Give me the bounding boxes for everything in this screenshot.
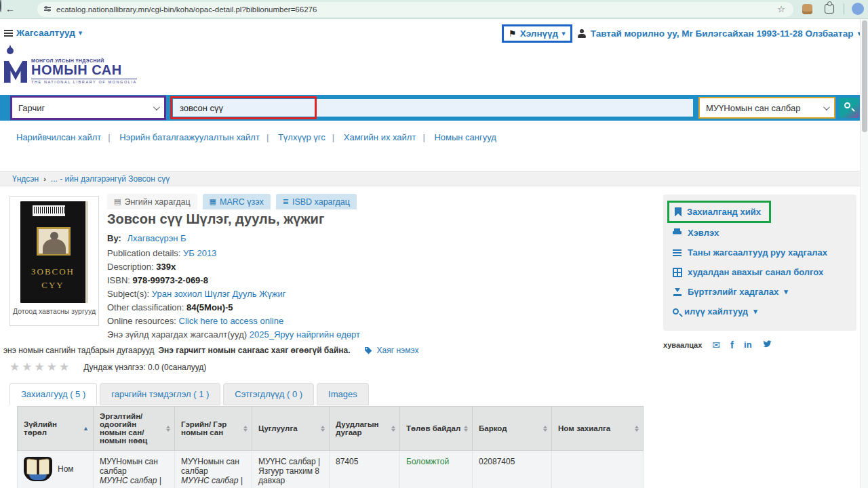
user-icon [578, 29, 587, 38]
tab-marc-view[interactable]: ▦ MARC үзэх [203, 194, 271, 209]
actions-sidebar: Захиалганд хийх Хэвлэх Таны жагсаалтууд … [663, 195, 856, 331]
place-hold-button[interactable]: Захиалганд хийх [667, 201, 771, 223]
most-popular-link[interactable]: Хамгийн их хайлт [344, 132, 432, 142]
tag-cloud-link[interactable]: Түлхүүр үгс [278, 132, 341, 142]
tab-isbd-label: ISBD харагдац [292, 197, 350, 207]
reload-icon[interactable] [0, 0, 1, 12]
header-hold[interactable]: Ном захиалга [552, 407, 644, 451]
header-status[interactable]: Төлөв байдал [400, 407, 473, 451]
online-resources-link[interactable]: Click here to access online [179, 316, 284, 326]
branch-select[interactable]: МУҮНомын сан салбар [700, 98, 834, 117]
libraries-link[interactable]: Номын сангууд [434, 132, 496, 142]
languages-label: Хэлнүүд [520, 28, 558, 39]
page-scrollbar[interactable] [860, 19, 868, 488]
breadcrumb-home-link[interactable]: Үндсэн [12, 174, 39, 184]
tab-images[interactable]: Images [317, 383, 369, 405]
publication-link[interactable]: УБ 2013 [183, 248, 216, 258]
profile-avatar[interactable] [852, 3, 864, 15]
header-label: Баркод [479, 424, 507, 432]
author-link[interactable]: Лхагвасүрэн Б [127, 233, 186, 243]
record-details: Publication details: УБ 2013 Description… [107, 248, 360, 343]
field-isbn: ISBN: 978-99973-2-069-8 [107, 275, 360, 289]
sort-asc-icon: ▲ [83, 425, 89, 432]
library-logo[interactable]: МОНГОЛ УЛСЫН ҮНДЭСНИЙ НОМЫН САН THE NATI… [4, 47, 137, 85]
cover-caption-link[interactable]: Дотоод хавтасны зургууд [10, 307, 98, 315]
isbd-list-icon: ≣ [283, 197, 289, 206]
gift-icon [673, 268, 682, 277]
classification-value: 84(5Мон)-5 [186, 302, 233, 312]
header-label: Зүйлийн төрөл [24, 420, 81, 436]
collection-value: МУҮНС салбар | Язгуур танхим 8 давхар [258, 457, 320, 485]
scrollbar-thumb[interactable] [862, 20, 867, 132]
facebook-icon[interactable]: f [730, 339, 734, 350]
save-to-lists-button[interactable]: Таны жагсаалтууд руу хадгалах [673, 243, 847, 262]
tab-title-notes[interactable]: гарчгийн тэмдэглэл ( 1 ) [100, 383, 220, 405]
lists-menu[interactable]: Жагсаалтууд ▾ [4, 28, 82, 38]
suggest-purchase-label: худалдан авахыг санал болгох [688, 267, 823, 277]
isbn-value: 978-99973-2-069-8 [133, 275, 208, 285]
more-searches-menu[interactable]: илүү хайлтууд ▾ [673, 302, 847, 321]
subjects-link[interactable]: Уран зохиол Шүлэг Дууль Жүжиг [152, 289, 286, 299]
user-menu[interactable]: Тавтай морилно уу, Mr Билэгсайхан 1993-1… [578, 28, 861, 39]
search-icon [673, 308, 679, 314]
record-view-tabs: ▤ Энгийн харагдац ▦ MARC үзэх ≣ ISBD хар… [107, 194, 357, 209]
logo-mark-icon [4, 47, 27, 85]
tab-isbd-view[interactable]: ≣ ISBD харагдац [276, 194, 357, 209]
header-collection[interactable]: Цуглуулга [252, 407, 330, 451]
by-label: By: [107, 233, 121, 243]
lists-menu-label: Жагсаалтууд [16, 28, 75, 38]
header-item-type[interactable]: Зүйлийн төрөл▲ [18, 407, 94, 451]
save-record-menu[interactable]: Бүртгэлийг хадгалах ▾ [673, 282, 847, 302]
add-tag-link[interactable]: Хаяг нэмэх [377, 346, 419, 355]
tab-comments[interactable]: Сэтгэгдлүүд ( 0 ) [223, 383, 314, 405]
twitter-icon[interactable] [762, 340, 772, 350]
extension-icon[interactable] [802, 4, 812, 14]
header-label: Дуудлагын дугаар [336, 420, 389, 436]
print-label: Хэвлэх [688, 228, 719, 238]
star-rating[interactable]: ★★★★★ [9, 360, 71, 374]
search-button[interactable] [839, 98, 859, 118]
address-bar[interactable]: ecatalog.nationallibrary.mn/cgi-bin/koha… [37, 2, 793, 17]
url-text[interactable]: ecatalog.nationallibrary.mn/cgi-bin/koha… [56, 5, 317, 14]
list-link[interactable]: 2025_Яруу найргийн өдөрт [250, 329, 360, 340]
search-index-select[interactable]: Гарчиг [12, 98, 164, 118]
sort-icon [543, 424, 547, 434]
barcode-sticker [33, 205, 65, 216]
save-to-lists-label: Таны жагсаалтууд руу хадгалах [688, 247, 827, 258]
site-info-icon[interactable] [44, 7, 51, 12]
header-home-library[interactable]: Гэрийн/ Гэр номын сан [175, 407, 252, 451]
email-share-icon[interactable]: ✉ [712, 340, 720, 350]
bookmark-star-icon[interactable]: ☆ [777, 4, 785, 14]
current-location-value: МУҮНС салбар | [100, 476, 168, 485]
linkedin-icon[interactable]: in [744, 340, 752, 350]
browser-toolbar: ← ecatalog.nationallibrary.mn/cgi-bin/ko… [0, 0, 868, 19]
advanced-search-link[interactable]: Нарийвчилсан хайлт [16, 132, 117, 142]
book-cover-image[interactable]: ЗОВСОН СҮҮ [20, 201, 88, 303]
header-call-number[interactable]: Дуудлагын дугаар [330, 407, 400, 451]
description-value: 339x [156, 262, 176, 272]
header-current-library[interactable]: Эргэлтийн/ одоогийн номын сан/ номын нөө… [94, 407, 175, 451]
languages-menu[interactable]: ⚑ Хэлнүүд ▾ [502, 24, 572, 43]
print-button[interactable]: Хэвлэх [673, 223, 847, 243]
header-barcode[interactable]: Баркод [473, 407, 552, 451]
chevron-down-icon [823, 104, 830, 110]
chevron-down-icon [153, 104, 160, 110]
header-label: Ном захиалга [558, 424, 610, 432]
home-location-value: МУҮНС салбар | [181, 476, 245, 485]
authority-search-link[interactable]: Нэрийн баталгаажуулалтын хайлт [119, 132, 275, 142]
extensions-puzzle-icon[interactable] [825, 4, 834, 14]
search-quick-links: Нарийвчилсан хайлт Нэрийн баталгаажуулал… [16, 132, 496, 142]
tab-normal-view[interactable]: ▤ Энгийн харагдац [107, 194, 197, 209]
chevron-right-icon: › [43, 175, 46, 183]
search-input[interactable] [173, 99, 693, 117]
suggest-purchase-button[interactable]: худалдан авахыг санал болгох [673, 262, 847, 282]
tab-holdings[interactable]: Захиалгууд ( 5 ) [9, 383, 97, 405]
welcome-text: Тавтай морилно уу, Mr Билэгсайхан 1993-1… [591, 28, 854, 39]
current-library-value: МУҮНомын сан салбар [100, 457, 168, 476]
tag-icon [364, 346, 373, 355]
browser-window: ← ecatalog.nationallibrary.mn/cgi-bin/ko… [0, 0, 868, 488]
holdings-table: Зүйлийн төрөл▲ Эргэлтийн/ одоогийн номын… [17, 406, 643, 488]
search-bar: Гарчиг МУҮНомын сан салбар [0, 95, 868, 121]
back-icon[interactable]: ← [5, 3, 15, 15]
tags-label: энэ номын сангийн тадбарын дугаарууд [3, 346, 155, 355]
